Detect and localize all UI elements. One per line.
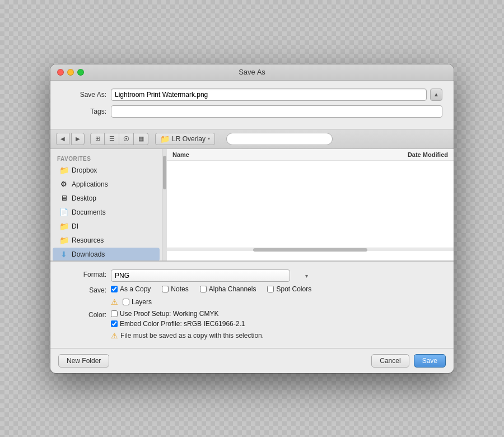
color-options-content: Use Proof Setup: Working CMYK Embed Colo…	[111, 310, 442, 328]
format-row: Format: PNG JPEG TIFF ▾	[62, 269, 442, 282]
maximize-button[interactable]	[77, 69, 84, 76]
save-as-row: Save As: ▲	[62, 89, 442, 101]
warning-icon: ⚠	[111, 331, 118, 340]
spot-colors-input[interactable]	[267, 286, 274, 292]
save-row: Save: As a Copy Notes Alpha Channels Spo…	[62, 285, 442, 294]
sidebar-item-dropbox[interactable]: 📁 Dropbox	[53, 164, 160, 177]
search-container: 🔍	[222, 133, 448, 145]
sidebar-item-resources-label: Resources	[72, 236, 104, 244]
save-as-label: Save As:	[62, 91, 106, 99]
view-buttons: ⊞ ☰ ⦿ ▦	[90, 133, 148, 145]
format-select-container: PNG JPEG TIFF ▾	[111, 269, 312, 282]
forward-icon: ▶	[76, 136, 80, 142]
spot-colors-checkbox[interactable]: Spot Colors	[267, 285, 311, 293]
alpha-channels-input[interactable]	[200, 286, 207, 292]
as-a-copy-input[interactable]	[111, 286, 118, 292]
desktop-icon: 🖥	[59, 194, 68, 203]
sidebar-scroll-thumb	[163, 156, 166, 189]
format-dropdown-arrow: ▾	[305, 272, 308, 278]
use-proof-checkbox[interactable]: Use Proof Setup: Working CMYK	[111, 310, 219, 318]
sidebar-item-applications[interactable]: ⚙ Applications	[53, 178, 160, 191]
options-section: Format: PNG JPEG TIFF ▾ Save: As a Copy	[50, 261, 454, 348]
as-a-copy-label: As a Copy	[120, 285, 151, 293]
minimize-button[interactable]	[67, 69, 74, 76]
view-list-icon: ☰	[109, 135, 115, 142]
date-column-header[interactable]: Date Modified	[375, 151, 448, 158]
di-icon: 📁	[59, 222, 68, 231]
applications-icon: ⚙	[59, 180, 68, 189]
view-list-button[interactable]: ☰	[105, 133, 119, 145]
view-cover-icon: ▦	[138, 135, 144, 142]
layers-input[interactable]	[123, 299, 129, 305]
tags-input[interactable]	[111, 105, 442, 118]
as-a-copy-checkbox[interactable]: As a Copy	[111, 285, 151, 293]
collapse-icon: ▲	[433, 91, 439, 97]
sidebar-item-downloads[interactable]: ⬇ Downloads	[53, 248, 160, 261]
format-content: PNG JPEG TIFF ▾	[111, 269, 442, 282]
documents-icon: 📄	[59, 208, 68, 217]
back-icon: ◀	[60, 136, 65, 142]
use-proof-label: Use Proof Setup: Working CMYK	[120, 310, 219, 318]
location-dropdown-arrow: ▾	[208, 136, 210, 141]
footer-right: Cancel Save	[371, 354, 446, 368]
notes-checkbox[interactable]: Notes	[162, 285, 188, 293]
layers-checkbox[interactable]: Layers	[123, 298, 152, 306]
view-icon-button[interactable]: ⊞	[90, 133, 105, 145]
view-column-icon: ⦿	[123, 136, 129, 142]
filename-input[interactable]	[111, 89, 427, 101]
horizontal-scrollbar[interactable]	[167, 248, 454, 251]
embed-color-checkbox[interactable]: Embed Color Profile: sRGB IEC61966-2.1	[111, 320, 245, 328]
sidebar-item-downloads-label: Downloads	[72, 250, 105, 258]
search-input[interactable]	[226, 133, 333, 145]
cancel-button[interactable]: Cancel	[371, 354, 409, 368]
close-button[interactable]	[57, 69, 64, 76]
layers-content: ⚠ Layers	[111, 297, 442, 306]
location-text: LR Overlay	[172, 135, 206, 143]
location-dropdown[interactable]: 📁 LR Overlay ▾	[155, 133, 215, 145]
view-cover-button[interactable]: ▦	[134, 133, 148, 145]
embed-color-label: Embed Color Profile: sRGB IEC61966-2.1	[120, 320, 245, 328]
layers-warning-icon: ⚠	[111, 297, 118, 306]
file-list: Name Date Modified	[167, 149, 454, 261]
file-list-content	[167, 161, 454, 248]
save-options-content: As a Copy Notes Alpha Channels Spot Colo…	[111, 285, 442, 293]
collapse-button[interactable]: ▲	[430, 89, 442, 101]
top-section: Save As: ▲ Tags:	[50, 81, 454, 129]
new-folder-button[interactable]: New Folder	[58, 354, 109, 368]
back-button[interactable]: ◀	[56, 133, 69, 145]
tags-label: Tags:	[62, 108, 106, 115]
dialog-title: Save As	[239, 68, 265, 76]
view-column-button[interactable]: ⦿	[119, 133, 134, 145]
favorites-label: FAVORITES	[50, 154, 162, 163]
resources-icon: 📁	[59, 236, 68, 245]
layers-row: ⚠ Layers	[62, 297, 442, 306]
sidebar-item-di[interactable]: 📁 DI	[53, 220, 160, 233]
sidebar-scrollbar[interactable]	[162, 149, 167, 261]
sidebar-item-desktop[interactable]: 🖥 Desktop	[53, 192, 160, 205]
color-label: Color:	[62, 310, 106, 319]
alpha-channels-checkbox[interactable]: Alpha Channels	[200, 285, 256, 293]
name-column-header[interactable]: Name	[172, 151, 375, 158]
layers-row-inner: ⚠ Layers	[111, 297, 152, 306]
format-select[interactable]: PNG JPEG TIFF	[111, 269, 290, 282]
forward-button[interactable]: ▶	[71, 133, 85, 145]
save-options-label: Save:	[62, 285, 106, 294]
save-button[interactable]: Save	[414, 354, 446, 368]
use-proof-input[interactable]	[111, 310, 118, 317]
dropbox-icon: 📁	[59, 166, 68, 175]
layers-spacer	[62, 297, 106, 299]
notes-input[interactable]	[162, 286, 169, 292]
scroll-thumb	[253, 248, 368, 252]
sidebar-item-resources[interactable]: 📁 Resources	[53, 234, 160, 247]
sidebar: FAVORITES 📁 Dropbox ⚙ Applications 🖥 Des…	[50, 149, 162, 261]
embed-color-input[interactable]	[111, 320, 118, 327]
traffic-lights	[57, 69, 84, 76]
tags-row: Tags:	[62, 105, 442, 118]
downloads-icon: ⬇	[59, 250, 68, 259]
warning-text: File must be saved as a copy with this s…	[120, 332, 264, 340]
format-label: Format:	[62, 269, 106, 278]
sidebar-item-documents[interactable]: 📄 Documents	[53, 206, 160, 219]
sidebar-item-applications-label: Applications	[72, 180, 108, 188]
view-icon-icon: ⊞	[95, 135, 100, 142]
notes-label: Notes	[171, 285, 188, 293]
